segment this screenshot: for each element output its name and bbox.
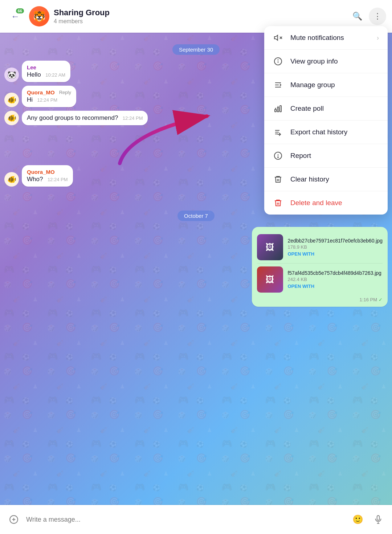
file-image-1: 🖼: [257, 234, 283, 260]
avatar-lee: 🐼: [4, 68, 19, 82]
file-info-1: 2edbb27cbe75971ec81f7e0efcb3eb60.jpg 178…: [287, 238, 383, 257]
group-info: Sharing Group 4 members: [54, 8, 348, 25]
file-thumb-1: 🖼: [257, 234, 283, 260]
group-avatar: 🐯: [29, 6, 49, 27]
menu-label-view-info: View group info: [290, 57, 379, 65]
svg-rect-16: [277, 107, 279, 112]
manage-icon: [273, 80, 283, 90]
msg-time-hello: 10:22 AM: [45, 72, 65, 78]
menu-item-delete[interactable]: Delete and leave: [264, 191, 388, 215]
file-size-2: 242.4 KB: [287, 277, 381, 282]
file-bubble: 🖼 2edbb27cbe75971ec81f7e0efcb3eb60.jpg 1…: [252, 227, 388, 307]
bubble-lee-hello: Lee Hello 10:22 AM: [22, 61, 70, 82]
menu-label-poll: Create poll: [290, 105, 379, 113]
emoji-button[interactable]: 🙂: [350, 511, 366, 527]
group-name: Sharing Group: [54, 8, 348, 17]
back-button[interactable]: ← 66: [6, 7, 25, 26]
header-actions: 🔍 ⋮: [348, 8, 386, 25]
bubble-groups: Any good groups to recommend? 12:24 PM: [22, 111, 148, 125]
clear-icon: [273, 174, 283, 184]
sender-quora1: Quora_MO: [27, 89, 55, 95]
delete-icon: [273, 198, 283, 208]
menu-label-manage: Manage group: [290, 81, 379, 89]
file-time: 1:16 PM: [360, 297, 377, 302]
menu-label-export: Export chat history: [290, 128, 379, 136]
menu-label-delete: Delete and leave: [290, 199, 379, 207]
msg-text-groups: Any good groups to recommend?: [27, 114, 118, 121]
file-name-2: f57af4d535cb5e757dcb4f489d4b7263.jpg: [287, 270, 381, 276]
msg-text-hello: Hello: [27, 71, 41, 78]
info-icon: [273, 56, 283, 66]
svg-rect-17: [280, 106, 281, 112]
file-name-1: 2edbb27cbe75971ec81f7e0efcb3eb60.jpg: [287, 238, 383, 244]
bubble-quora-hi: Quora_MO Reply Hi 12:24 PM: [22, 86, 76, 107]
unread-badge: 66: [16, 8, 24, 13]
file-open-1[interactable]: OPEN WITH: [287, 251, 383, 257]
file-item-1[interactable]: 🖼 2edbb27cbe75971ec81f7e0efcb3eb60.jpg 1…: [257, 231, 383, 263]
attach-button[interactable]: [6, 511, 22, 527]
menu-item-manage[interactable]: Manage group: [264, 73, 388, 97]
reply-label: Reply: [59, 90, 71, 95]
search-button[interactable]: 🔍: [348, 8, 366, 25]
msg-time-who: 12:24 PM: [48, 177, 68, 182]
mic-button[interactable]: [370, 511, 386, 527]
msg-time-groups: 12:24 PM: [123, 115, 143, 121]
svg-point-26: [278, 157, 278, 158]
chevron-right-icon: ›: [377, 34, 379, 42]
avatar-emoji: 🐯: [33, 11, 46, 23]
file-info-2: f57af4d535cb5e757dcb4f489d4b7263.jpg 242…: [287, 270, 381, 289]
group-members: 4 members: [54, 18, 348, 25]
menu-label-mute: Mute notifications: [290, 34, 369, 42]
context-menu: Mute notifications › View group info Man…: [264, 26, 388, 215]
menu-item-export[interactable]: Export chat history: [264, 121, 388, 144]
bubble-who: Quora_MO Who? 12:24 PM: [22, 165, 73, 187]
message-input[interactable]: [26, 516, 346, 523]
file-time-row: 1:16 PM ✓: [257, 297, 383, 302]
file-image-2: 🖼: [257, 266, 283, 293]
file-thumb-2: 🖼: [257, 266, 283, 293]
avatar-quora2: 🐠: [4, 111, 19, 125]
export-icon: [273, 127, 283, 137]
file-check: ✓: [379, 297, 383, 302]
msg-text-who: Who?: [27, 176, 43, 183]
bottom-bar: 🙂: [0, 505, 392, 534]
file-open-2[interactable]: OPEN WITH: [287, 284, 381, 289]
menu-label-report: Report: [290, 152, 379, 160]
file-size-1: 178.9 KB: [287, 244, 383, 250]
menu-item-mute[interactable]: Mute notifications ›: [264, 26, 388, 50]
menu-item-clear[interactable]: Clear history: [264, 168, 388, 191]
svg-rect-15: [275, 109, 276, 112]
menu-item-report[interactable]: Report: [264, 144, 388, 168]
file-item-2[interactable]: 🖼 f57af4d535cb5e757dcb4f489d4b7263.jpg 2…: [257, 263, 383, 295]
mute-icon: [273, 33, 283, 43]
menu-item-poll[interactable]: Create poll: [264, 97, 388, 121]
menu-item-view-info[interactable]: View group info: [264, 50, 388, 73]
report-icon: [273, 151, 283, 161]
avatar-quora1: 🐠: [4, 93, 19, 107]
msg-time-hi: 12:24 PM: [37, 97, 58, 103]
more-button[interactable]: ⋮: [369, 8, 386, 25]
message-row-files: 🖼 2edbb27cbe75971ec81f7e0efcb3eb60.jpg 1…: [4, 227, 388, 307]
menu-label-clear: Clear history: [290, 175, 379, 183]
svg-rect-31: [377, 515, 380, 520]
sender-lee: Lee: [27, 64, 65, 70]
sender-quora3: Quora_MO: [27, 169, 68, 175]
poll-icon: [273, 103, 283, 114]
msg-text-hi: Hi: [27, 96, 33, 103]
avatar-quora3: 🐠: [4, 172, 19, 187]
